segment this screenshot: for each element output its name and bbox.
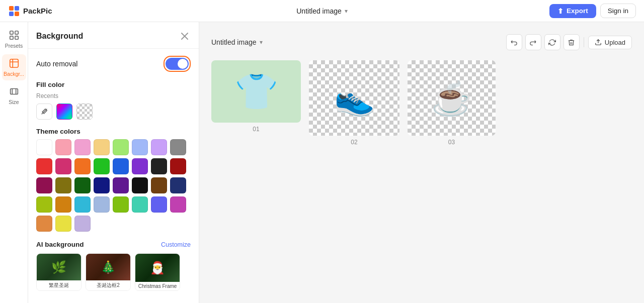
undo-icon (510, 39, 518, 46)
color-peach[interactable] (36, 216, 52, 232)
ai-bg-item-1[interactable]: 🌿 繁星圣诞 (36, 253, 82, 291)
upload-button[interactable]: Upload (588, 36, 632, 49)
color-red[interactable] (36, 158, 52, 174)
color-amber[interactable] (55, 196, 71, 213)
topbar-title: Untitled image (296, 7, 342, 15)
redo-icon (529, 39, 537, 46)
color-gray[interactable] (170, 139, 186, 155)
sidebar-item-presets[interactable]: Presets (2, 26, 26, 52)
svg-rect-1 (15, 6, 19, 11)
redo-button[interactable] (525, 34, 541, 50)
presets-icon (9, 30, 20, 41)
color-pink-dark[interactable] (55, 158, 71, 174)
logo-icon (8, 5, 20, 17)
image-card-02: 👟 02 (309, 60, 399, 146)
auto-removal-toggle-wrapper[interactable] (164, 56, 191, 72)
color-magenta[interactable] (170, 196, 186, 213)
color-lavender[interactable] (74, 216, 91, 232)
color-forest[interactable] (74, 177, 91, 193)
color-purple[interactable] (132, 158, 148, 174)
panel-title: Background (36, 32, 83, 41)
color-slate[interactable] (94, 196, 110, 213)
logo: PackPic (8, 5, 52, 17)
color-blue-light[interactable] (132, 139, 148, 155)
panel-close-button[interactable] (179, 30, 191, 42)
transparent-swatch[interactable] (76, 104, 93, 120)
image-grid: 👕 01 👟 02 ☕ 03 (211, 60, 632, 146)
canvas-chevron-icon[interactable]: ▾ (260, 39, 263, 46)
color-white[interactable] (36, 139, 52, 155)
auto-removal-row: Auto removal (36, 56, 191, 72)
fill-color-title: Fill color (36, 81, 191, 88)
undo-button[interactable] (506, 34, 522, 50)
close-icon (181, 33, 188, 40)
topbar-chevron-icon[interactable]: ▾ (345, 8, 348, 15)
image-frame-01[interactable]: 👕 (211, 60, 301, 123)
topbar: PackPic Untitled image ▾ ⬆ Export Sign i… (0, 0, 644, 22)
panel-body: Auto removal Fill color Recents (28, 49, 199, 303)
topbar-right: ⬆ Export Sign in (549, 4, 636, 18)
export-icon: ⬆ (557, 7, 564, 15)
svg-rect-4 (10, 31, 13, 34)
refresh-button[interactable] (544, 34, 560, 50)
topbar-title-area: Untitled image ▾ (296, 7, 348, 15)
color-teal[interactable] (132, 196, 148, 213)
color-pink[interactable] (74, 139, 91, 155)
canvas-title-row: Untitled image ▾ (211, 38, 263, 46)
sidebar-item-background[interactable]: Backgr... (2, 54, 26, 80)
color-pink-light[interactable] (55, 139, 71, 155)
color-cyan[interactable] (74, 196, 91, 213)
theme-colors-title: Theme colors (36, 128, 191, 135)
theme-colors-grid (36, 139, 191, 232)
color-green-light[interactable] (113, 139, 129, 155)
eyedropper-button[interactable] (36, 104, 52, 120)
color-blue[interactable] (113, 158, 129, 174)
size-icon (9, 86, 20, 97)
svg-rect-0 (9, 6, 14, 11)
image-frame-03[interactable]: ☕ (408, 60, 496, 136)
ai-bg-item-2[interactable]: 🎄 圣诞边框2 (86, 253, 131, 291)
gradient-swatch[interactable] (56, 104, 72, 120)
color-yellow[interactable] (94, 139, 110, 155)
sidebar-item-size[interactable]: Size (2, 82, 26, 109)
cup-image: ☕ (431, 82, 472, 115)
auto-removal-toggle[interactable] (166, 58, 189, 70)
color-violet[interactable] (151, 196, 167, 213)
ai-bg-item-3[interactable]: 🎅 Christmas Frame (135, 253, 180, 291)
color-dark-blue[interactable] (170, 177, 186, 193)
customize-link[interactable]: Customize (161, 241, 191, 248)
image-label-01: 01 (253, 126, 259, 133)
upload-icon (595, 39, 602, 46)
signin-button[interactable]: Sign in (600, 4, 636, 18)
app-name: PackPic (23, 7, 52, 15)
color-red-dark[interactable] (170, 158, 186, 174)
color-black[interactable] (151, 158, 167, 174)
image-frame-02[interactable]: 👟 (309, 60, 399, 136)
color-orange[interactable] (74, 158, 91, 174)
color-black2[interactable] (132, 177, 148, 193)
canvas-toolbar: Untitled image ▾ (211, 34, 632, 50)
ai-bg-label-3: Christmas Frame (135, 282, 180, 290)
svg-rect-2 (9, 12, 14, 16)
color-purple-light[interactable] (151, 139, 167, 155)
color-indigo[interactable] (113, 177, 129, 193)
ai-bg-header: AI background Customize (36, 241, 191, 248)
auto-removal-label: Auto removal (36, 60, 77, 68)
color-olive[interactable] (55, 177, 71, 193)
canvas-title: Untitled image (211, 38, 257, 46)
refresh-icon (548, 39, 556, 46)
color-green[interactable] (94, 158, 110, 174)
color-rose-dark[interactable] (36, 177, 52, 193)
export-button[interactable]: ⬆ Export (549, 4, 596, 18)
upload-label: Upload (605, 39, 625, 46)
panel: Background Auto removal Fill color (28, 22, 199, 303)
background-label: Backgr... (4, 71, 24, 77)
color-navy[interactable] (94, 177, 110, 193)
canvas-actions: Upload (506, 34, 632, 50)
color-yellow-green[interactable] (113, 196, 129, 213)
color-lime[interactable] (36, 196, 52, 213)
color-lemon[interactable] (55, 216, 71, 232)
color-brown[interactable] (151, 177, 167, 193)
delete-button[interactable] (564, 34, 580, 50)
image-label-03: 03 (448, 139, 455, 146)
